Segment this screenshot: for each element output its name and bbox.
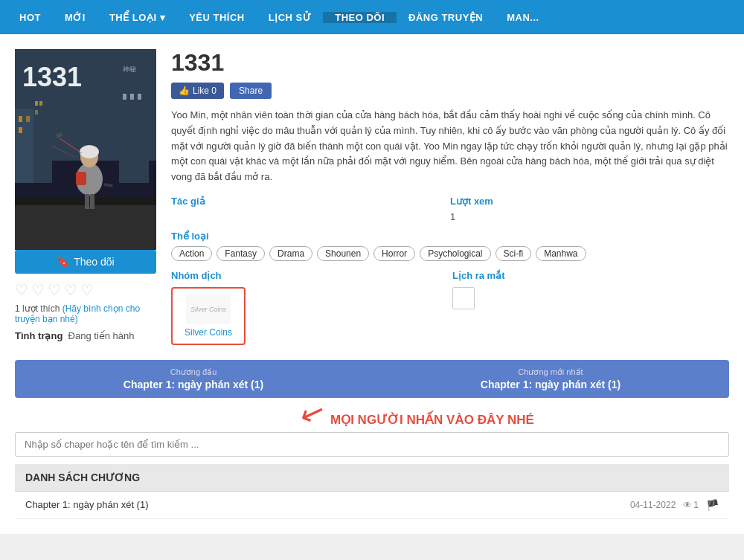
nhom-dich-label: Nhóm dịch [171,270,448,281]
tinh-trang-label: Tình trạng [15,330,62,341]
chapter-name[interactable]: Chapter 1: ngày phán xét (1) [25,499,149,510]
callout-block: ↙ MỌI NGƯỜI NHẤN VÀO ĐÂY NHÉ [15,398,729,428]
author-views-grid: Tác giả Lượt xem 1 [171,196,729,222]
svg-rect-7 [35,101,38,106]
nhom-dich-section: Nhóm dịch Silver Coins Silver Coins Lịch… [171,270,729,345]
likes-count: 1 lượt thích [15,303,60,314]
luot-xem-value: 1 [450,211,729,222]
svg-rect-21 [90,194,94,209]
facebook-like-button[interactable]: 👍 Like 0 [171,83,224,99]
chapter-date: 04-11-2022 [630,500,676,510]
the-loai-label: Thể loại [171,231,209,242]
tag-fantasy[interactable]: Fantasy [217,246,265,261]
eye-icon: 👁 [683,500,692,510]
manga-cover-section: 1331 神秘 🔖 Theo dõi ♡ ♡ ♡ [15,49,156,345]
svg-text:神秘: 神秘 [123,65,136,73]
group-logo: Silver Coins [186,295,231,324]
svg-text:1331: 1331 [22,62,82,92]
author-value [171,211,450,222]
svg-rect-19 [76,172,86,185]
svg-rect-6 [33,94,52,183]
nav-dang-truyen[interactable]: ĐĂNG TRUYỆN [397,12,495,23]
author-label: Tác giả [171,196,450,207]
navbar: HOT MỚI THỂ LOẠI ▾ YÊU THÍCH LỊCH SỬ THE… [0,0,744,34]
heart-1[interactable]: ♡ [15,281,28,299]
status-row: Tình trạng Đang tiến hành [15,330,156,341]
svg-rect-9 [35,110,38,115]
nav-man[interactable]: MAN... [495,12,551,23]
svg-point-18 [80,145,99,158]
svg-rect-11 [123,94,126,100]
manga-detail: 1331 神秘 🔖 Theo dõi ♡ ♡ ♡ [15,49,729,345]
lich-ra-mat-col: Lịch ra mắt [452,270,729,309]
chuong-dau-name: Chapter 1: ngày phán xét (1) [124,379,263,390]
tag-manhwa[interactable]: Manhwa [536,246,586,261]
manga-description: Yoo Min, một nhân viên toàn thời gian củ… [171,108,729,185]
manga-info-section: 1331 👍 Like 0 Share Yoo Min, một nhân vi… [171,49,729,345]
chapter-item-right: 04-11-2022 👁 1 🏴 [630,499,719,511]
nav-yeu-thich[interactable]: YÊU THÍCH [177,12,257,23]
likes-row: 1 lượt thích (Hãy bình chọn cho truyện b… [15,303,156,324]
views-count: 1 [693,500,699,510]
lich-box-wrap [452,287,729,309]
tag-scifi[interactable]: Sci-fi [496,246,532,261]
svg-rect-5 [26,116,30,122]
chapter-search-input[interactable] [15,432,729,457]
follow-label: Theo dõi [74,256,114,268]
heart-4[interactable]: ♡ [64,281,77,299]
bookmark-chapter-icon[interactable]: 🏴 [706,499,719,511]
callout-arrow-icon: ↙ [296,394,330,431]
first-chapter-button[interactable]: Chương đầu Chapter 1: ngày phán xét (1) [15,360,372,398]
follow-button[interactable]: 🔖 Theo dõi [15,250,156,274]
tags-container: Action Fantasy Drama Shounen Horror Psyc… [171,246,729,261]
chapter-views: 👁 1 [683,500,699,510]
table-row: Chapter 1: ngày phán xét (1) 04-11-2022 … [15,492,729,519]
chuong-moi-label: Chương mới nhất [382,367,719,377]
social-buttons: 👍 Like 0 Share [171,83,729,99]
tag-psychological[interactable]: Psychological [420,246,490,261]
group-box[interactable]: Silver Coins Silver Coins [171,287,246,345]
svg-rect-10 [119,86,149,183]
nav-moi[interactable]: MỚI [53,12,97,23]
chapter-list-header: DANH SÁCH CHƯƠNG [15,464,729,492]
facebook-share-button[interactable]: Share [230,83,272,99]
nav-theo-doi[interactable]: THEO DÕI [323,12,397,23]
like-count: Like 0 [193,86,217,96]
luot-xem-label: Lượt xem [450,196,729,207]
heart-3[interactable]: ♡ [48,281,61,299]
lich-box [452,287,475,309]
tag-horror[interactable]: Horror [373,246,415,261]
tag-action[interactable]: Action [171,246,212,261]
svg-rect-8 [39,101,42,106]
manga-title: 1331 [171,49,729,77]
svg-rect-12 [130,94,134,100]
rating-hearts: ♡ ♡ ♡ ♡ ♡ [15,281,156,299]
latest-chapter-button[interactable]: Chương mới nhất Chapter 1: ngày phán xét… [372,360,729,398]
heart-2[interactable]: ♡ [31,281,45,299]
nhom-dich-col: Nhóm dịch Silver Coins Silver Coins [171,270,448,345]
tag-drama[interactable]: Drama [269,246,312,261]
heart-5[interactable]: ♡ [80,281,94,299]
thumbs-icon: 👍 [179,86,190,96]
chuong-dau-label: Chương đầu [25,367,362,377]
chapter-buttons: Chương đầu Chapter 1: ngày phán xét (1) … [15,360,729,398]
nav-the-loai[interactable]: THỂ LOẠI ▾ [97,12,177,23]
svg-rect-3 [19,116,22,122]
chuong-moi-name: Chapter 1: ngày phán xét (1) [481,379,620,390]
share-label: Share [239,86,263,96]
bookmark-icon: 🔖 [57,256,69,268]
svg-rect-20 [85,194,89,209]
svg-rect-13 [138,94,141,100]
callout-text: MỌI NGƯỜI NHẤN VÀO ĐÂY NHÉ [330,413,534,428]
main-container: 1331 神秘 🔖 Theo dõi ♡ ♡ ♡ [0,34,744,534]
lich-ra-mat-label: Lịch ra mắt [452,270,729,281]
group-name: Silver Coins [185,327,232,338]
nav-hot[interactable]: HOT [7,12,53,23]
tag-shounen[interactable]: Shounen [317,246,369,261]
danh-sach-label: DANH SÁCH CHƯƠNG [25,472,140,483]
group-box-wrap: Silver Coins Silver Coins [171,287,448,345]
nav-lich-su[interactable]: LỊCH SỬ [257,12,324,23]
svg-rect-15 [15,205,156,250]
tinh-trang-value: Đang tiến hành [65,330,135,341]
svg-rect-4 [19,127,22,133]
